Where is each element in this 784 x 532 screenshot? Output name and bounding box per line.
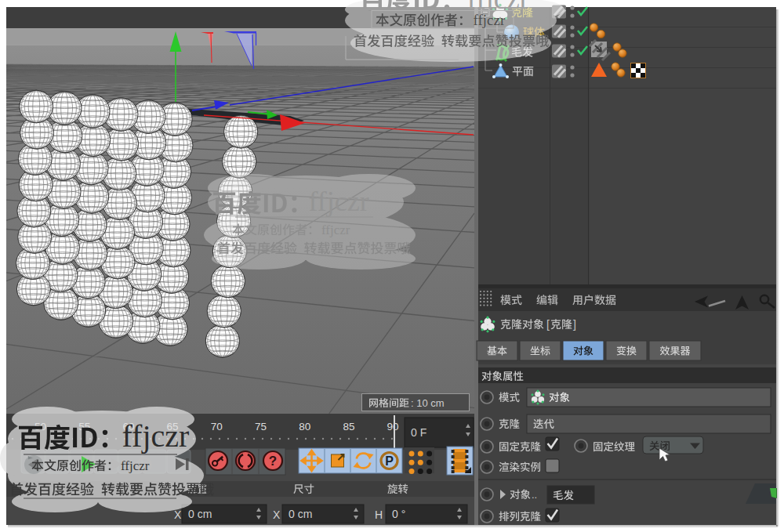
svg-text:75: 75 <box>255 421 267 432</box>
svg-text:ffjczr: ffjczr <box>122 418 190 454</box>
svg-text:H: H <box>375 508 383 521</box>
svg-text:0 cm: 0 cm <box>188 508 212 520</box>
svg-text:0 F: 0 F <box>411 426 426 439</box>
svg-text:]: ] <box>573 318 576 331</box>
svg-text:85: 85 <box>343 421 354 432</box>
svg-text:70: 70 <box>211 421 223 432</box>
svg-text:90: 90 <box>387 421 399 432</box>
svg-text:ffjczr: ffjczr <box>321 223 350 237</box>
svg-text:ffjczr: ffjczr <box>308 186 368 217</box>
svg-text:ffjczr: ffjczr <box>121 458 150 473</box>
svg-text:..: .. <box>532 489 537 501</box>
svg-text:80: 80 <box>299 421 310 432</box>
svg-text:ffjczr: ffjczr <box>474 12 506 28</box>
svg-text:0 °: 0 ° <box>392 508 405 520</box>
svg-text:P: P <box>385 454 394 468</box>
svg-text:0 cm: 0 cm <box>289 508 312 520</box>
svg-text:X: X <box>273 508 281 521</box>
svg-text:: 10 cm: : 10 cm <box>411 397 445 409</box>
svg-text:X: X <box>174 508 182 521</box>
svg-text:?: ? <box>269 454 277 469</box>
svg-text:[: [ <box>546 318 550 331</box>
